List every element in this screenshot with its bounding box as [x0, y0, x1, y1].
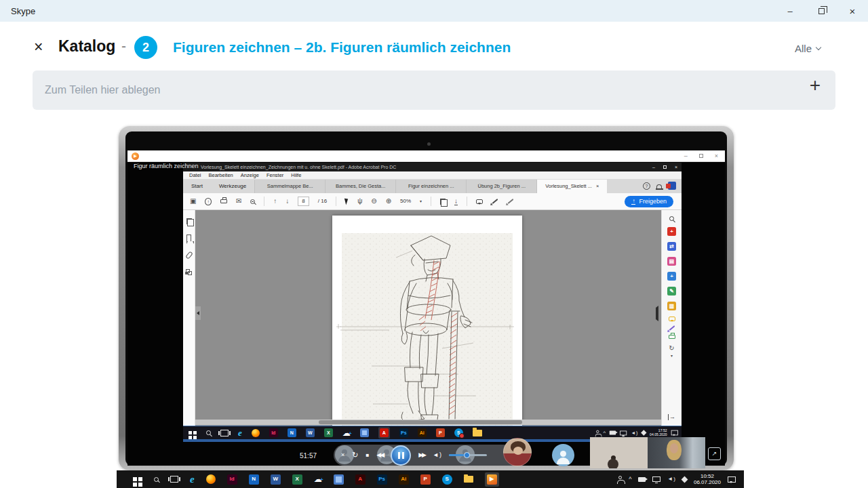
more-tools-icon: ↻ — [669, 345, 674, 352]
loop-button[interactable]: ↻ — [352, 451, 358, 459]
volume-knob[interactable] — [464, 452, 470, 458]
recorded-firefox-icon — [252, 429, 260, 437]
minimize-button[interactable]: – — [774, 0, 806, 22]
mail-icon: ✉ — [236, 198, 241, 205]
acrobat-menubar: Datei Bearbeiten Anzeige Fenster Hilfe — [183, 171, 682, 180]
films-tv-icon[interactable]: ▶ — [487, 474, 497, 485]
zoom-out-icon: ⊖ — [371, 198, 376, 205]
speaker-icon: ◄) — [631, 430, 638, 435]
recorded-illustrator-icon: Ai — [418, 428, 427, 437]
start-button[interactable] — [133, 477, 137, 481]
stop-button[interactable]: ■ — [366, 453, 369, 458]
speaker-icon[interactable]: ◄) — [667, 476, 675, 482]
people-icon — [596, 430, 599, 432]
recorded-taskview-icon — [220, 430, 229, 436]
zoom-in-icon: ⊕ — [386, 198, 391, 205]
excel-icon[interactable]: X — [292, 474, 302, 485]
tray-expand-icon: ^ — [604, 430, 606, 436]
dropbox-icon — [641, 430, 646, 435]
skype-icon[interactable]: S — [442, 474, 452, 485]
people-icon[interactable] — [618, 476, 622, 479]
rewind-button[interactable]: ◀◀ — [376, 452, 383, 458]
figure-sketch — [332, 216, 522, 426]
volume-slider[interactable] — [449, 454, 487, 456]
display-icon[interactable] — [652, 476, 660, 482]
filter-label: Alle — [795, 43, 812, 54]
acrobat-tabbar: Start Werkzeuge Sammelmappe Be... Bammes… — [183, 180, 682, 193]
page-total: / 16 — [318, 199, 327, 204]
ie-icon[interactable]: e — [190, 474, 195, 485]
pdf-page — [332, 216, 522, 426]
participant-photo-avatar[interactable] — [503, 438, 532, 466]
cloud-app-icon[interactable]: ☁+ — [314, 475, 322, 483]
powerpoint-icon[interactable]: P — [420, 474, 431, 485]
participant-avatar-blue[interactable] — [552, 444, 574, 466]
acrobat-toolbar: ▣ ↑ ✉ ↑ ↓ 8 / 16 ψ ⊖ ⊕ 50% ▾ ↓ ↑ Freigeb… — [183, 193, 682, 210]
webcam-thumbnail-2[interactable] — [648, 437, 705, 468]
dropbox-icon[interactable] — [682, 476, 688, 483]
photoshop-icon[interactable]: Ps — [377, 474, 387, 485]
page-number-input: 8 — [298, 197, 309, 206]
export-pdf-icon: ⇄ — [667, 242, 676, 251]
acrobat-tools-panel: + ⇄ ▤ + ✎ ▥ ↻ ▾ → — [661, 210, 682, 426]
close-button[interactable]: × — [837, 0, 868, 22]
horizontal-scrollbar — [195, 420, 661, 425]
panel-caret-icon: ▾ — [671, 354, 673, 358]
acrobat-restore-icon — [663, 165, 667, 169]
films-tv-app-icon: ▶ — [132, 152, 139, 160]
recorded-cloud-app-icon: ☁+ — [342, 429, 351, 437]
taskview-icon[interactable] — [170, 476, 178, 483]
share-icon: ↑ — [631, 199, 635, 205]
hand-tool-icon: ψ — [357, 198, 362, 205]
bookmarks-icon — [186, 235, 191, 241]
recorded-start-icon — [189, 431, 192, 434]
forward-button[interactable]: ▶▶ — [418, 452, 425, 458]
scrollbar-thumb — [319, 420, 522, 424]
photos-icon[interactable] — [334, 474, 344, 485]
acrobat-icon[interactable]: A — [355, 474, 366, 485]
display-icon — [620, 430, 627, 435]
explorer-icon[interactable] — [464, 476, 473, 483]
next-page-icon: ↓ — [285, 198, 289, 205]
menu-fenster: Fenster — [267, 173, 283, 178]
webcam-thumbnail-1[interactable] — [590, 437, 648, 468]
pause-button[interactable] — [391, 445, 411, 466]
previous-page-icon: ↑ — [273, 198, 277, 205]
comment-icon — [476, 199, 483, 204]
acrobat-close-icon: × — [675, 165, 677, 169]
edit-pdf-icon: ✎ — [667, 287, 676, 296]
laptop-webcam-dot — [427, 142, 431, 146]
restore-button[interactable] — [806, 0, 837, 22]
camera-icon[interactable] — [638, 477, 646, 482]
tray-expand-icon[interactable]: ^ — [629, 476, 631, 483]
player-restore-icon — [699, 154, 703, 158]
word-icon[interactable]: W — [271, 474, 281, 485]
save-icon: ▣ — [190, 198, 196, 205]
zoom-caret-icon: ▾ — [420, 199, 422, 203]
page-fit-icon — [440, 199, 446, 205]
camera-icon — [610, 431, 616, 435]
desktop: Skype – × × Katalog - 2 Figuren zeichnen… — [0, 0, 868, 488]
catalog-close-button[interactable]: × — [34, 39, 43, 55]
taskbar-clock[interactable]: 10:52 06.07.2020 — [694, 473, 721, 486]
recorded-indesign-icon: Id — [269, 428, 278, 437]
illustrator-icon[interactable]: Ai — [399, 474, 409, 485]
firefox-icon[interactable] — [206, 474, 216, 484]
volume-icon[interactable]: ◄) — [433, 452, 441, 458]
add-content-button[interactable]: + — [810, 76, 821, 95]
share-dropzone[interactable]: Zum Teilen hier ablegen + — [33, 70, 835, 110]
recorded-photoshop-icon: Ps — [399, 428, 408, 437]
popout-icon[interactable]: ↗ — [708, 447, 721, 460]
attachments-icon — [185, 251, 193, 259]
mute-button[interactable]: × — [341, 452, 344, 458]
onenote-icon[interactable]: N — [249, 474, 259, 485]
taskbar-search-icon[interactable] — [154, 477, 159, 482]
indesign-icon[interactable]: Id — [227, 474, 237, 485]
recorded-excel-icon: X — [324, 428, 333, 437]
action-center-icon[interactable] — [728, 476, 736, 483]
page-title: Figuren zeichnen – 2b. Figuren räumlich … — [173, 40, 511, 54]
recorded-acrobat-icon: A — [380, 428, 389, 437]
recorded-powerpoint-icon: P — [436, 428, 445, 437]
filter-dropdown[interactable]: Alle — [795, 43, 821, 54]
print-production-icon — [669, 335, 675, 339]
